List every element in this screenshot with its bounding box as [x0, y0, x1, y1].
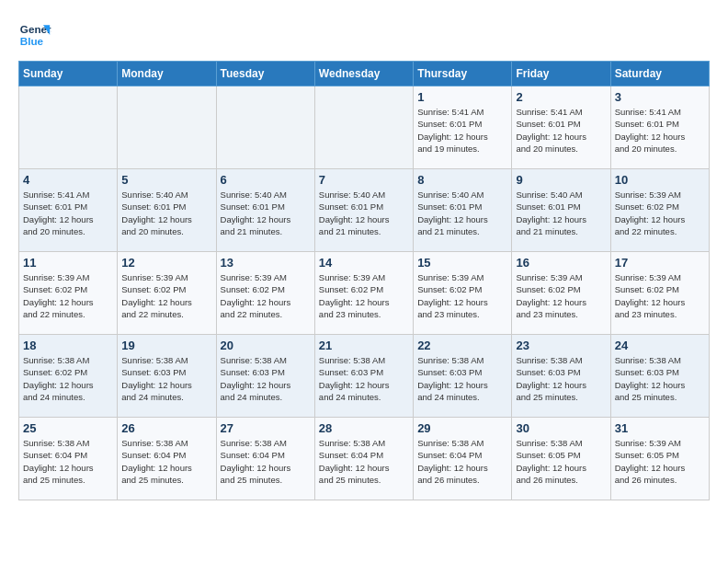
day-cell: 21Sunrise: 5:38 AM Sunset: 6:03 PM Dayli…	[314, 335, 413, 418]
day-cell: 26Sunrise: 5:38 AM Sunset: 6:04 PM Dayli…	[118, 418, 216, 500]
day-cell: 9Sunrise: 5:40 AM Sunset: 6:01 PM Daylig…	[512, 169, 610, 252]
day-number: 2	[516, 90, 606, 104]
day-number: 27	[221, 421, 311, 435]
day-info: Sunrise: 5:41 AM Sunset: 6:01 PM Dayligh…	[615, 106, 705, 155]
logo-icon: General Blue	[18, 18, 51, 52]
day-info: Sunrise: 5:39 AM Sunset: 6:02 PM Dayligh…	[516, 271, 606, 320]
day-number: 3	[615, 90, 705, 104]
day-cell: 10Sunrise: 5:39 AM Sunset: 6:02 PM Dayli…	[610, 169, 709, 252]
day-number: 10	[615, 173, 705, 187]
day-info: Sunrise: 5:39 AM Sunset: 6:02 PM Dayligh…	[221, 271, 311, 320]
day-info: Sunrise: 5:38 AM Sunset: 6:05 PM Dayligh…	[516, 437, 606, 486]
day-cell: 11Sunrise: 5:39 AM Sunset: 6:02 PM Dayli…	[19, 252, 118, 335]
day-cell: 29Sunrise: 5:38 AM Sunset: 6:04 PM Dayli…	[414, 418, 512, 500]
day-cell: 14Sunrise: 5:39 AM Sunset: 6:02 PM Dayli…	[314, 252, 413, 335]
day-cell: 2Sunrise: 5:41 AM Sunset: 6:01 PM Daylig…	[512, 86, 610, 169]
day-cell: 16Sunrise: 5:39 AM Sunset: 6:02 PM Dayli…	[512, 252, 610, 335]
column-header-wednesday: Wednesday	[314, 62, 413, 86]
week-row-4: 18Sunrise: 5:38 AM Sunset: 6:02 PM Dayli…	[19, 335, 710, 418]
day-cell: 15Sunrise: 5:39 AM Sunset: 6:02 PM Dayli…	[414, 252, 512, 335]
day-cell: 7Sunrise: 5:40 AM Sunset: 6:01 PM Daylig…	[314, 169, 413, 252]
day-cell: 28Sunrise: 5:38 AM Sunset: 6:04 PM Dayli…	[314, 418, 413, 500]
day-cell: 1Sunrise: 5:41 AM Sunset: 6:01 PM Daylig…	[414, 86, 512, 169]
day-info: Sunrise: 5:40 AM Sunset: 6:01 PM Dayligh…	[319, 189, 409, 237]
week-row-2: 4Sunrise: 5:41 AM Sunset: 6:01 PM Daylig…	[19, 169, 710, 252]
day-number: 18	[23, 339, 113, 352]
day-info: Sunrise: 5:41 AM Sunset: 6:01 PM Dayligh…	[417, 106, 507, 155]
column-headers: SundayMondayTuesdayWednesdayThursdayFrid…	[19, 62, 710, 86]
day-info: Sunrise: 5:38 AM Sunset: 6:02 PM Dayligh…	[23, 354, 113, 403]
column-header-tuesday: Tuesday	[216, 62, 314, 86]
day-info: Sunrise: 5:38 AM Sunset: 6:03 PM Dayligh…	[221, 354, 311, 403]
column-header-thursday: Thursday	[414, 62, 512, 86]
day-number: 9	[516, 173, 606, 187]
week-row-3: 11Sunrise: 5:39 AM Sunset: 6:02 PM Dayli…	[19, 252, 710, 335]
calendar-body: 1Sunrise: 5:41 AM Sunset: 6:01 PM Daylig…	[19, 86, 710, 500]
day-info: Sunrise: 5:38 AM Sunset: 6:04 PM Dayligh…	[417, 437, 507, 486]
day-info: Sunrise: 5:38 AM Sunset: 6:03 PM Dayligh…	[319, 354, 409, 403]
day-number: 5	[121, 173, 211, 187]
day-cell	[118, 86, 216, 169]
day-cell	[314, 86, 413, 169]
day-cell: 6Sunrise: 5:40 AM Sunset: 6:01 PM Daylig…	[216, 169, 314, 252]
day-number: 16	[516, 256, 606, 270]
day-cell: 4Sunrise: 5:41 AM Sunset: 6:01 PM Daylig…	[19, 169, 118, 252]
day-info: Sunrise: 5:39 AM Sunset: 6:02 PM Dayligh…	[615, 271, 705, 320]
day-info: Sunrise: 5:39 AM Sunset: 6:02 PM Dayligh…	[615, 189, 705, 237]
day-info: Sunrise: 5:41 AM Sunset: 6:01 PM Dayligh…	[516, 106, 606, 155]
day-info: Sunrise: 5:40 AM Sunset: 6:01 PM Dayligh…	[516, 189, 606, 237]
day-number: 22	[417, 339, 507, 352]
column-header-sunday: Sunday	[19, 62, 118, 86]
day-cell	[19, 86, 118, 169]
day-info: Sunrise: 5:39 AM Sunset: 6:02 PM Dayligh…	[417, 271, 507, 320]
day-info: Sunrise: 5:38 AM Sunset: 6:04 PM Dayligh…	[319, 437, 409, 486]
day-cell: 27Sunrise: 5:38 AM Sunset: 6:04 PM Dayli…	[216, 418, 314, 500]
day-number: 19	[121, 339, 211, 352]
day-number: 7	[319, 173, 409, 187]
day-number: 15	[417, 256, 507, 270]
day-cell: 23Sunrise: 5:38 AM Sunset: 6:03 PM Dayli…	[512, 335, 610, 418]
day-info: Sunrise: 5:38 AM Sunset: 6:03 PM Dayligh…	[615, 354, 705, 403]
header: General Blue	[18, 18, 710, 52]
day-number: 28	[319, 421, 409, 435]
day-number: 14	[319, 256, 409, 270]
day-info: Sunrise: 5:40 AM Sunset: 6:01 PM Dayligh…	[221, 189, 311, 237]
day-info: Sunrise: 5:38 AM Sunset: 6:04 PM Dayligh…	[221, 437, 311, 486]
day-number: 25	[23, 421, 113, 435]
day-info: Sunrise: 5:39 AM Sunset: 6:05 PM Dayligh…	[615, 437, 705, 486]
column-header-monday: Monday	[118, 62, 216, 86]
day-number: 24	[615, 339, 705, 352]
day-info: Sunrise: 5:38 AM Sunset: 6:03 PM Dayligh…	[417, 354, 507, 403]
day-cell: 8Sunrise: 5:40 AM Sunset: 6:01 PM Daylig…	[414, 169, 512, 252]
day-number: 20	[221, 339, 311, 352]
day-info: Sunrise: 5:38 AM Sunset: 6:04 PM Dayligh…	[121, 437, 211, 486]
day-cell: 20Sunrise: 5:38 AM Sunset: 6:03 PM Dayli…	[216, 335, 314, 418]
day-cell: 24Sunrise: 5:38 AM Sunset: 6:03 PM Dayli…	[610, 335, 709, 418]
day-cell	[216, 86, 314, 169]
week-row-1: 1Sunrise: 5:41 AM Sunset: 6:01 PM Daylig…	[19, 86, 710, 169]
day-number: 26	[121, 421, 211, 435]
day-info: Sunrise: 5:41 AM Sunset: 6:01 PM Dayligh…	[23, 189, 113, 237]
day-info: Sunrise: 5:40 AM Sunset: 6:01 PM Dayligh…	[121, 189, 211, 237]
day-number: 1	[417, 90, 507, 104]
day-number: 6	[221, 173, 311, 187]
day-cell: 25Sunrise: 5:38 AM Sunset: 6:04 PM Dayli…	[19, 418, 118, 500]
day-cell: 30Sunrise: 5:38 AM Sunset: 6:05 PM Dayli…	[512, 418, 610, 500]
day-cell: 19Sunrise: 5:38 AM Sunset: 6:03 PM Dayli…	[118, 335, 216, 418]
day-cell: 31Sunrise: 5:39 AM Sunset: 6:05 PM Dayli…	[610, 418, 709, 500]
day-info: Sunrise: 5:38 AM Sunset: 6:03 PM Dayligh…	[516, 354, 606, 403]
day-cell: 22Sunrise: 5:38 AM Sunset: 6:03 PM Dayli…	[414, 335, 512, 418]
day-number: 13	[221, 256, 311, 270]
day-number: 29	[417, 421, 507, 435]
day-info: Sunrise: 5:39 AM Sunset: 6:02 PM Dayligh…	[121, 271, 211, 320]
calendar-table: SundayMondayTuesdayWednesdayThursdayFrid…	[18, 61, 710, 500]
day-info: Sunrise: 5:38 AM Sunset: 6:04 PM Dayligh…	[23, 437, 113, 486]
day-cell: 13Sunrise: 5:39 AM Sunset: 6:02 PM Dayli…	[216, 252, 314, 335]
day-number: 8	[417, 173, 507, 187]
day-number: 17	[615, 256, 705, 270]
day-number: 21	[319, 339, 409, 352]
day-number: 30	[516, 421, 606, 435]
day-number: 12	[121, 256, 211, 270]
day-cell: 3Sunrise: 5:41 AM Sunset: 6:01 PM Daylig…	[610, 86, 709, 169]
day-number: 23	[516, 339, 606, 352]
